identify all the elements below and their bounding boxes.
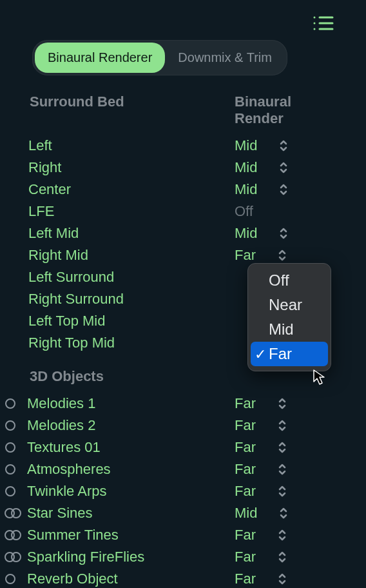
bed-channel-label: Left Mid — [28, 223, 235, 244]
object-row: Summer TinesFar — [28, 524, 338, 546]
object-row: AtmospheresFar — [28, 458, 338, 480]
stepper-icon[interactable] — [278, 573, 287, 585]
bed-channel-label: Left Surround — [28, 267, 235, 288]
bed-channel-label: Left Top Mid — [28, 311, 235, 331]
dropdown-option-label: Far — [269, 345, 292, 362]
stepper-icon[interactable] — [278, 485, 287, 498]
stereo-object-icon — [4, 551, 27, 564]
mono-object-icon — [4, 441, 27, 454]
object-label: Summer Tines — [27, 525, 235, 545]
object-row: Twinkle ArpsFar — [28, 480, 338, 502]
bed-row: LeftMid — [28, 135, 338, 157]
bed-render-value: Off — [235, 201, 253, 222]
stepper-icon[interactable] — [279, 139, 288, 152]
object-render-value: Mid — [235, 503, 257, 524]
svg-point-2 — [314, 28, 316, 30]
dropdown-option[interactable]: Off — [251, 268, 328, 293]
column-header-render: Binaural Render — [235, 93, 338, 127]
stereo-object-icon — [4, 529, 27, 542]
bed-row: CenterMid — [28, 179, 338, 201]
svg-point-0 — [314, 17, 316, 19]
object-render-value: Far — [235, 547, 256, 567]
dropdown-option-label: Near — [269, 296, 302, 313]
object-row: Melodies 1Far — [28, 393, 338, 415]
render-mode-dropdown[interactable]: OffNearMid✓Far — [247, 263, 331, 371]
stepper-icon[interactable] — [278, 397, 287, 410]
object-row: Reverb ObjectFar — [28, 568, 338, 588]
bed-channel-label: Center — [28, 179, 235, 200]
bed-render-value: Mid — [235, 223, 257, 244]
bed-render-value: Mid — [235, 179, 257, 200]
dropdown-option[interactable]: Near — [251, 293, 328, 317]
stepper-icon[interactable] — [279, 161, 288, 174]
object-label: Sparkling FireFlies — [27, 547, 235, 567]
object-render-value-cell[interactable]: Far — [235, 525, 338, 545]
object-render-value-cell[interactable]: Far — [235, 569, 338, 588]
column-header-channel: Surround Bed — [30, 93, 235, 127]
tab-downmix-trim[interactable]: Downmix & Trim — [165, 43, 285, 73]
stepper-icon[interactable] — [278, 419, 287, 432]
object-row: Sparkling FireFliesFar — [28, 546, 338, 568]
dropdown-option-label: Off — [269, 271, 289, 289]
stepper-icon[interactable] — [279, 183, 288, 196]
object-render-value: Far — [235, 569, 256, 588]
stepper-icon[interactable] — [279, 507, 288, 520]
stepper-icon[interactable] — [278, 551, 287, 564]
bed-render-value: Mid — [235, 157, 257, 178]
tab-binaural-renderer[interactable]: Binaural Renderer — [35, 43, 165, 73]
bed-row: Left MidMid — [28, 222, 338, 244]
bed-render-value-cell[interactable]: Mid — [235, 135, 338, 156]
object-render-value-cell[interactable]: Far — [235, 393, 338, 414]
object-render-value-cell[interactable]: Far — [235, 437, 338, 458]
dropdown-option-label: Mid — [269, 320, 294, 338]
svg-point-1 — [314, 23, 316, 24]
bed-channel-label: Right Surround — [28, 289, 235, 309]
mono-object-icon — [4, 397, 27, 410]
bed-render-value-cell[interactable]: Mid — [235, 179, 338, 200]
object-render-value-cell[interactable]: Far — [235, 459, 338, 480]
stepper-icon[interactable] — [279, 227, 288, 240]
object-label: Twinkle Arps — [27, 481, 235, 502]
bed-render-value: Mid — [235, 135, 257, 156]
object-label: Melodies 2 — [27, 415, 235, 436]
mono-object-icon — [4, 485, 27, 498]
stepper-icon[interactable] — [278, 529, 287, 542]
object-render-value: Far — [235, 525, 256, 545]
stepper-icon[interactable] — [278, 441, 287, 454]
dropdown-option[interactable]: ✓Far — [251, 342, 328, 366]
object-render-value: Far — [235, 393, 256, 414]
object-render-value-cell[interactable]: Far — [235, 415, 338, 436]
section-heading-bed: Surround Bed Binaural Render — [28, 93, 338, 127]
svg-point-6 — [6, 399, 15, 408]
bed-render-value-cell[interactable]: Mid — [235, 223, 338, 244]
dropdown-option[interactable]: Mid — [251, 317, 328, 342]
object-render-value-cell[interactable]: Mid — [235, 503, 338, 524]
bed-channel-label: Left — [28, 135, 235, 156]
view-tabs: Binaural Renderer Downmix & Trim — [32, 40, 287, 75]
bed-render-value-cell: Off — [235, 201, 338, 222]
object-row: Textures 01Far — [28, 436, 338, 458]
object-label: Reverb Object — [27, 569, 235, 588]
check-icon: ✓ — [255, 346, 266, 363]
object-render-value-cell[interactable]: Far — [235, 481, 338, 502]
stepper-icon[interactable] — [278, 249, 287, 262]
svg-point-8 — [6, 443, 15, 452]
mono-object-icon — [4, 463, 27, 476]
stepper-icon[interactable] — [278, 463, 287, 476]
bed-channel-label: Right Mid — [28, 245, 235, 266]
bed-row: LFEOff — [28, 201, 338, 222]
object-render-value-cell[interactable]: Far — [235, 547, 338, 567]
list-menu-icon[interactable] — [312, 14, 334, 32]
object-render-value: Far — [235, 437, 256, 458]
mono-object-icon — [4, 419, 27, 432]
object-render-value: Far — [235, 481, 256, 502]
bed-render-value-cell[interactable]: Mid — [235, 157, 338, 178]
stereo-object-icon — [4, 507, 27, 520]
bed-row: RightMid — [28, 157, 338, 179]
svg-point-10 — [6, 487, 15, 496]
svg-point-17 — [6, 574, 15, 583]
column-header-objects: 3D Objects — [30, 368, 235, 385]
svg-point-14 — [12, 531, 21, 540]
object-render-value: Far — [235, 459, 256, 480]
svg-point-9 — [6, 465, 15, 474]
